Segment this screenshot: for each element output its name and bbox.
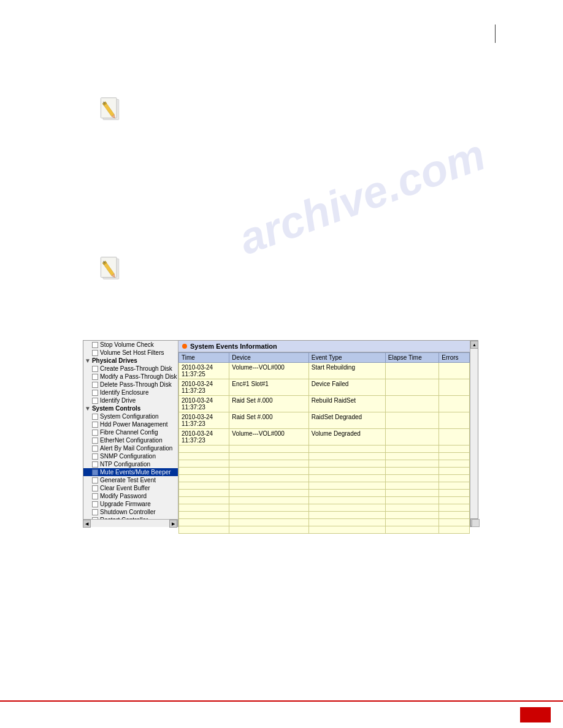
sidebar-group-system-controls: ▼ System Controls System Configuration H… [83,404,178,524]
cb4 [92,390,98,396]
cb2 [92,374,98,380]
cell-elapse [385,412,439,429]
scroll-left-btn[interactable]: ◀ [83,520,91,528]
content-header: System Events Information [178,341,470,352]
sidebar-item-create-passthrough[interactable]: Create Pass-Through Disk [83,365,178,373]
sidebar-item-stop-volume-label: Stop Volume Check [100,341,154,348]
table-row-empty [179,482,470,490]
sidebar-group-volume: Stop Volume Check Volume Set Host Filter… [83,341,178,357]
events-table: Time Device Event Type Elapse Time Error… [178,352,470,534]
col-event-type: Event Type [308,353,385,363]
col-elapse-time: Elapse Time [385,353,439,363]
cell-errors [439,363,470,379]
cell-device: Volume---VOL#000 [229,429,308,446]
sidebar-item-delete-passthrough[interactable]: Delete Pass-Through Disk [83,381,178,389]
cell-elapse [385,379,439,396]
cb1 [92,366,98,372]
cell-errors [439,412,470,429]
sidebar-item-clear-event[interactable]: Clear Event Buffer [83,484,178,492]
header-dot [182,344,187,349]
table-row-empty [179,497,470,504]
table-row-empty [179,460,470,468]
cb5 [92,398,98,404]
sidebar-item-ntp[interactable]: NTP Configuration [83,460,178,468]
cell-elapse [385,429,439,446]
scroll-right-btn[interactable]: ▶ [169,520,177,528]
cell-time: 2010-03-2411:37:23 [179,412,229,429]
cb3 [92,382,98,388]
cell-elapse [385,363,439,379]
sidebar-item-volume-host-label: Volume Set Host Filters [100,349,164,356]
sidebar-group-physical: ▼ Physical Drives Create Pass-Through Di… [83,357,178,404]
sidebar-item-modify-passthrough[interactable]: Modify a Pass-Through Disk [83,373,178,381]
sidebar-item-mute-events[interactable]: Mute Events/Mute Beeper [83,468,178,476]
sidebar: Stop Volume Check Volume Set Host Filter… [83,341,178,526]
ethernet-label: EtherNet Configuration [100,437,163,444]
sidebar-item-volume-host-filters[interactable]: Volume Set Host Filters [83,349,178,357]
table-row-empty [179,446,470,453]
red-box [520,707,551,722]
cell-time: 2010-03-2411:37:23 [179,379,229,396]
table-row: 2010-03-2411:37:23 Raid Set #.000 RaidSe… [179,412,470,429]
cell-event-type: Start Rebuilding [308,363,385,379]
table-row-empty [179,526,470,534]
sidebar-header-system-controls[interactable]: ▼ System Controls [83,404,178,412]
expand-physical-icon: ▼ [85,357,91,364]
cell-elapse [385,396,439,412]
bottom-section [0,700,563,728]
table-row-empty [179,519,470,526]
checkbox-stop-volume [92,342,98,348]
scrollbar-corner [472,519,480,527]
pencil-icon-2 [95,254,126,285]
table-row-empty [179,490,470,497]
scroll-track [470,349,478,518]
sidebar-header-system-controls-label: System Controls [92,405,140,412]
scroll-up-btn[interactable]: ▲ [470,341,478,349]
table-header-row: Time Device Event Type Elapse Time Error… [179,353,470,363]
top-vertical-line [495,25,496,43]
sidebar-item-upgrade-firmware[interactable]: Upgrade Firmware [83,500,178,508]
sidebar-header-physical-label: Physical Drives [92,357,137,364]
sidebar-item-generate-test[interactable]: Generate Test Event [83,476,178,484]
table-row: 2010-03-2411:37:23 Volume---VOL#000 Volu… [179,429,470,446]
sidebar-item-alert-mail[interactable]: Alert By Mail Configuration [83,444,178,452]
sidebar-item-ethernet-config[interactable]: EtherNet Configuration [83,436,178,444]
cell-device: Raid Set #.000 [229,412,308,429]
cell-event-type: Rebuild RaidSet [308,396,385,412]
col-device: Device [229,353,308,363]
expand-sysctl-icon: ▼ [85,405,91,412]
content-area: System Events Information Time Device Ev… [178,341,470,526]
cell-device: Raid Set #.000 [229,396,308,412]
sidebar-item-identify-drive[interactable]: Identify Drive [83,396,178,404]
sidebar-item-system-config[interactable]: System Configuration [83,412,178,420]
h-scroll-track [91,520,169,527]
sidebar-item-hdd-power[interactable]: Hdd Power Management [83,420,178,428]
cell-event-type: Volume Degraded [308,429,385,446]
sidebar-item-modify-password[interactable]: Modify Password [83,492,178,500]
sidebar-item-identify-enclosure[interactable]: Identify Enclosure [83,389,178,396]
cell-event-type: Device Failed [308,379,385,396]
main-window: Stop Volume Check Volume Set Host Filter… [83,340,478,527]
col-errors: Errors [439,353,470,363]
cell-errors [439,429,470,446]
cell-errors [439,396,470,412]
cell-device: Enc#1 Slot#1 [229,379,308,396]
table-row-empty [179,504,470,512]
pencil-icon-1 [95,95,126,126]
sidebar-header-physical[interactable]: ▼ Physical Drives [83,357,178,365]
sidebar-item-shutdown[interactable]: Shutdown Controller [83,508,178,516]
sidebar-item-fibre-channel[interactable]: Fibre Channel Config [83,428,178,436]
cell-device: Volume---VOL#000 [229,363,308,379]
cell-event-type: RaidSet Degraded [308,412,385,429]
sidebar-item-stop-volume[interactable]: Stop Volume Check [83,341,178,349]
table-row-empty [179,512,470,519]
horizontal-scrollbar[interactable]: ◀ ▶ [83,519,178,527]
table-row-empty [179,468,470,475]
vertical-scrollbar[interactable]: ▲ ▼ [470,341,478,526]
cell-errors [439,379,470,396]
cell-time: 2010-03-2411:37:23 [179,429,229,446]
col-time: Time [179,353,229,363]
sidebar-item-snmp[interactable]: SNMP Configuration [83,452,178,460]
cell-time: 2010-03-2411:37:23 [179,396,229,412]
cell-time: 2010-03-2411:37:25 [179,363,229,379]
